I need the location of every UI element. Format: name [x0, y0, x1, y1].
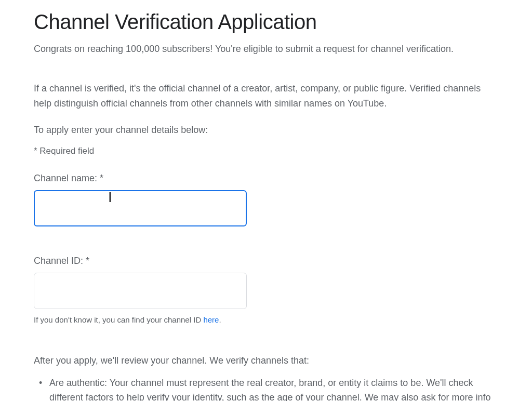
page-title: Channel Verification Application — [34, 10, 498, 34]
instruction-text: To apply enter your channel details belo… — [34, 125, 498, 136]
channel-id-field-group: Channel ID: * If you don't know it, you … — [34, 256, 498, 324]
channel-name-input[interactable] — [34, 190, 247, 226]
channel-id-helper: If you don't know it, you can find your … — [34, 315, 498, 324]
find-channel-id-link[interactable]: here — [203, 315, 219, 324]
channel-name-label: Channel name: * — [34, 173, 498, 184]
channel-name-field-group: Channel name: * — [34, 173, 498, 229]
subtitle-text: Congrats on reaching 100,000 subscribers… — [34, 42, 498, 56]
helper-suffix: . — [219, 315, 221, 324]
review-heading: After you apply, we'll review your chann… — [34, 355, 498, 366]
helper-prefix: If you don't know it, you can find your … — [34, 315, 203, 324]
channel-id-label: Channel ID: * — [34, 256, 498, 266]
review-criteria-list: Are authentic: Your channel must represe… — [34, 376, 498, 401]
description-text: If a channel is verified, it's the offic… — [34, 81, 498, 111]
required-field-note: * Required field — [34, 146, 498, 156]
channel-id-input[interactable] — [34, 273, 247, 309]
list-item: Are authentic: Your channel must represe… — [43, 376, 498, 401]
